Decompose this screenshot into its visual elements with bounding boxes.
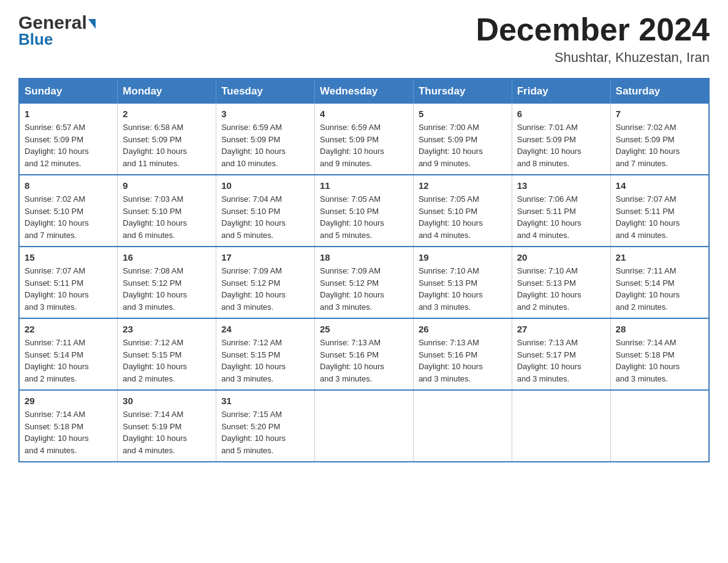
calendar-cell: 29 Sunrise: 7:14 AM Sunset: 5:18 PM Dayl…	[19, 390, 118, 462]
day-number: 29	[25, 396, 112, 406]
day-number: 15	[25, 252, 112, 262]
day-info: Sunrise: 7:03 AM Sunset: 5:10 PM Dayligh…	[123, 193, 211, 241]
calendar-cell	[610, 390, 709, 462]
calendar-cell: 26 Sunrise: 7:13 AM Sunset: 5:16 PM Dayl…	[413, 318, 512, 390]
day-number: 21	[616, 252, 703, 262]
calendar-cell: 10 Sunrise: 7:04 AM Sunset: 5:10 PM Dayl…	[216, 175, 315, 247]
calendar-cell: 7 Sunrise: 7:02 AM Sunset: 5:09 PM Dayli…	[610, 104, 709, 175]
month-title: December 2024	[476, 12, 710, 47]
calendar-cell: 15 Sunrise: 7:07 AM Sunset: 5:11 PM Dayl…	[19, 247, 118, 318]
calendar-cell: 13 Sunrise: 7:06 AM Sunset: 5:11 PM Dayl…	[512, 175, 610, 247]
day-info: Sunrise: 7:10 AM Sunset: 5:13 PM Dayligh…	[419, 265, 507, 313]
calendar-cell: 25 Sunrise: 7:13 AM Sunset: 5:16 PM Dayl…	[315, 318, 414, 390]
calendar-cell: 30 Sunrise: 7:14 AM Sunset: 5:19 PM Dayl…	[118, 390, 216, 462]
calendar-cell: 28 Sunrise: 7:14 AM Sunset: 5:18 PM Dayl…	[610, 318, 709, 390]
day-info: Sunrise: 7:05 AM Sunset: 5:10 PM Dayligh…	[419, 193, 507, 241]
calendar-cell: 4 Sunrise: 6:59 AM Sunset: 5:09 PM Dayli…	[315, 104, 414, 175]
title-block: December 2024 Shushtar, Khuzestan, Iran	[476, 12, 710, 66]
day-number: 6	[517, 109, 605, 119]
day-number: 24	[221, 324, 309, 334]
weekday-header-tuesday: Tuesday	[216, 79, 315, 104]
day-info: Sunrise: 7:09 AM Sunset: 5:12 PM Dayligh…	[320, 265, 408, 313]
day-number: 25	[320, 324, 408, 334]
day-number: 18	[320, 252, 408, 262]
day-number: 9	[123, 180, 211, 191]
day-number: 7	[616, 109, 703, 119]
day-number: 8	[25, 180, 112, 191]
calendar-cell	[413, 390, 512, 462]
calendar-cell: 6 Sunrise: 7:01 AM Sunset: 5:09 PM Dayli…	[512, 104, 610, 175]
day-info: Sunrise: 7:05 AM Sunset: 5:10 PM Dayligh…	[320, 193, 408, 241]
weekday-header-friday: Friday	[512, 79, 610, 104]
day-info: Sunrise: 7:13 AM Sunset: 5:16 PM Dayligh…	[320, 337, 408, 385]
calendar-cell: 1 Sunrise: 6:57 AM Sunset: 5:09 PM Dayli…	[19, 104, 118, 175]
calendar-cell: 18 Sunrise: 7:09 AM Sunset: 5:12 PM Dayl…	[315, 247, 414, 318]
calendar-week-row-5: 29 Sunrise: 7:14 AM Sunset: 5:18 PM Dayl…	[19, 390, 709, 462]
calendar-cell: 8 Sunrise: 7:02 AM Sunset: 5:10 PM Dayli…	[19, 175, 118, 247]
location-title: Shushtar, Khuzestan, Iran	[476, 50, 710, 66]
day-info: Sunrise: 7:14 AM Sunset: 5:19 PM Dayligh…	[123, 408, 211, 456]
day-info: Sunrise: 7:01 AM Sunset: 5:09 PM Dayligh…	[517, 121, 605, 169]
weekday-header-row: SundayMondayTuesdayWednesdayThursdayFrid…	[19, 79, 709, 104]
logo: General Blue	[18, 12, 96, 49]
page-header: General Blue December 2024 Shushtar, Khu…	[18, 12, 710, 66]
day-info: Sunrise: 7:11 AM Sunset: 5:14 PM Dayligh…	[616, 265, 703, 313]
calendar-cell: 16 Sunrise: 7:08 AM Sunset: 5:12 PM Dayl…	[118, 247, 216, 318]
day-number: 3	[221, 109, 309, 119]
day-info: Sunrise: 7:07 AM Sunset: 5:11 PM Dayligh…	[616, 193, 703, 241]
calendar-cell: 14 Sunrise: 7:07 AM Sunset: 5:11 PM Dayl…	[610, 175, 709, 247]
calendar-cell: 17 Sunrise: 7:09 AM Sunset: 5:12 PM Dayl…	[216, 247, 315, 318]
day-number: 27	[517, 324, 605, 334]
day-info: Sunrise: 7:02 AM Sunset: 5:10 PM Dayligh…	[25, 193, 112, 241]
calendar-cell: 24 Sunrise: 7:12 AM Sunset: 5:15 PM Dayl…	[216, 318, 315, 390]
calendar-cell: 22 Sunrise: 7:11 AM Sunset: 5:14 PM Dayl…	[19, 318, 118, 390]
day-number: 26	[419, 324, 507, 334]
day-info: Sunrise: 7:02 AM Sunset: 5:09 PM Dayligh…	[616, 121, 703, 169]
calendar-cell: 23 Sunrise: 7:12 AM Sunset: 5:15 PM Dayl…	[118, 318, 216, 390]
day-number: 10	[221, 180, 309, 191]
day-number: 23	[123, 324, 211, 334]
day-info: Sunrise: 7:00 AM Sunset: 5:09 PM Dayligh…	[419, 121, 507, 169]
calendar-cell: 12 Sunrise: 7:05 AM Sunset: 5:10 PM Dayl…	[413, 175, 512, 247]
day-number: 13	[517, 180, 605, 191]
day-info: Sunrise: 6:59 AM Sunset: 5:09 PM Dayligh…	[320, 121, 408, 169]
day-number: 31	[221, 396, 309, 406]
day-info: Sunrise: 6:58 AM Sunset: 5:09 PM Dayligh…	[123, 121, 211, 169]
day-number: 14	[616, 180, 703, 191]
calendar-cell: 3 Sunrise: 6:59 AM Sunset: 5:09 PM Dayli…	[216, 104, 315, 175]
day-info: Sunrise: 7:11 AM Sunset: 5:14 PM Dayligh…	[25, 337, 112, 385]
day-number: 11	[320, 180, 408, 191]
calendar-cell: 9 Sunrise: 7:03 AM Sunset: 5:10 PM Dayli…	[118, 175, 216, 247]
calendar-cell: 5 Sunrise: 7:00 AM Sunset: 5:09 PM Dayli…	[413, 104, 512, 175]
day-info: Sunrise: 7:09 AM Sunset: 5:12 PM Dayligh…	[221, 265, 309, 313]
day-number: 30	[123, 396, 211, 406]
day-number: 20	[517, 252, 605, 262]
weekday-header-wednesday: Wednesday	[315, 79, 414, 104]
calendar-table: SundayMondayTuesdayWednesdayThursdayFrid…	[18, 78, 710, 462]
day-info: Sunrise: 7:13 AM Sunset: 5:16 PM Dayligh…	[419, 337, 507, 385]
day-info: Sunrise: 7:15 AM Sunset: 5:20 PM Dayligh…	[221, 408, 309, 456]
calendar-cell: 2 Sunrise: 6:58 AM Sunset: 5:09 PM Dayli…	[118, 104, 216, 175]
weekday-header-thursday: Thursday	[413, 79, 512, 104]
day-info: Sunrise: 7:10 AM Sunset: 5:13 PM Dayligh…	[517, 265, 605, 313]
day-info: Sunrise: 7:14 AM Sunset: 5:18 PM Dayligh…	[616, 337, 703, 385]
weekday-header-monday: Monday	[118, 79, 216, 104]
calendar-cell: 19 Sunrise: 7:10 AM Sunset: 5:13 PM Dayl…	[413, 247, 512, 318]
day-number: 5	[419, 109, 507, 119]
day-number: 4	[320, 109, 408, 119]
calendar-cell: 11 Sunrise: 7:05 AM Sunset: 5:10 PM Dayl…	[315, 175, 414, 247]
calendar-cell: 31 Sunrise: 7:15 AM Sunset: 5:20 PM Dayl…	[216, 390, 315, 462]
day-info: Sunrise: 7:06 AM Sunset: 5:11 PM Dayligh…	[517, 193, 605, 241]
day-number: 19	[419, 252, 507, 262]
day-number: 16	[123, 252, 211, 262]
calendar-week-row-4: 22 Sunrise: 7:11 AM Sunset: 5:14 PM Dayl…	[19, 318, 709, 390]
day-info: Sunrise: 6:57 AM Sunset: 5:09 PM Dayligh…	[25, 121, 112, 169]
calendar-week-row-1: 1 Sunrise: 6:57 AM Sunset: 5:09 PM Dayli…	[19, 104, 709, 175]
day-info: Sunrise: 7:12 AM Sunset: 5:15 PM Dayligh…	[221, 337, 309, 385]
logo-arrow-icon	[88, 19, 96, 29]
weekday-header-sunday: Sunday	[19, 79, 118, 104]
day-number: 2	[123, 109, 211, 119]
day-info: Sunrise: 7:12 AM Sunset: 5:15 PM Dayligh…	[123, 337, 211, 385]
calendar-cell: 27 Sunrise: 7:13 AM Sunset: 5:17 PM Dayl…	[512, 318, 610, 390]
day-info: Sunrise: 7:04 AM Sunset: 5:10 PM Dayligh…	[221, 193, 309, 241]
